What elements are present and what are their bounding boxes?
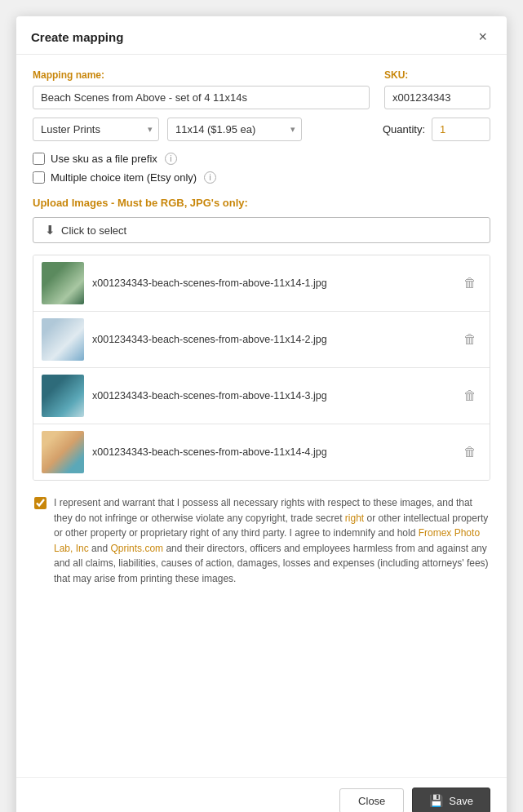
create-mapping-dialog: Create mapping × Mapping name: SKU: Lust… bbox=[16, 16, 507, 812]
image-list: x001234343-beach-scenes-from-above-11x14… bbox=[33, 255, 490, 481]
terms-highlight-right: right bbox=[345, 512, 364, 524]
sku-label: SKU: bbox=[384, 69, 490, 81]
size-wrap: 11x14 ($1.95 ea) 8x10 ($1.50 ea) 5x7 ($0… bbox=[167, 118, 302, 141]
print-type-select[interactable]: Luster Prints Matte Prints Glossy Prints bbox=[33, 118, 159, 141]
mapping-name-label: Mapping name: bbox=[33, 69, 370, 81]
print-type-wrap: Luster Prints Matte Prints Glossy Prints… bbox=[33, 118, 159, 141]
image-filename-3: x001234343-beach-scenes-from-above-11x14… bbox=[92, 390, 450, 402]
close-button[interactable]: Close bbox=[339, 788, 404, 813]
image-item: x001234343-beach-scenes-from-above-11x14… bbox=[33, 368, 490, 424]
sku-prefix-info-icon[interactable]: i bbox=[165, 153, 177, 165]
terms-highlight-qprints: Qprints.com bbox=[110, 543, 163, 554]
delete-image-2-button[interactable]: 🗑 bbox=[459, 330, 481, 349]
upload-icon: ⬇ bbox=[45, 223, 55, 237]
image-filename-2: x001234343-beach-scenes-from-above-11x14… bbox=[92, 334, 450, 345]
image-filename-4: x001234343-beach-scenes-from-above-11x14… bbox=[92, 446, 450, 458]
quantity-wrap: Quantity: bbox=[383, 118, 490, 141]
click-to-select-button[interactable]: ⬇ Click to select bbox=[33, 217, 490, 243]
sku-prefix-checkbox[interactable] bbox=[33, 153, 45, 165]
mapping-name-input[interactable] bbox=[33, 86, 370, 109]
delete-image-1-button[interactable]: 🗑 bbox=[459, 273, 481, 293]
upload-btn-label: Click to select bbox=[61, 224, 126, 237]
sku-prefix-row: Use sku as a file prefix i bbox=[33, 153, 490, 165]
size-select[interactable]: 11x14 ($1.95 ea) 8x10 ($1.50 ea) 5x7 ($0… bbox=[167, 118, 302, 141]
upload-section-label: Upload Images - Must be RGB, JPG's only: bbox=[33, 197, 490, 209]
save-button[interactable]: 💾 Save bbox=[412, 788, 490, 812]
delete-image-4-button[interactable]: 🗑 bbox=[459, 442, 481, 462]
image-thumb-4 bbox=[42, 431, 84, 473]
image-item: x001234343-beach-scenes-from-above-11x14… bbox=[33, 424, 490, 480]
terms-text: I represent and warrant that I possess a… bbox=[54, 495, 489, 587]
sku-input[interactable] bbox=[384, 86, 490, 109]
dialog-footer: Close 💾 Save bbox=[16, 777, 507, 812]
save-label: Save bbox=[449, 795, 473, 807]
save-icon: 💾 bbox=[429, 794, 443, 807]
select-row: Luster Prints Matte Prints Glossy Prints… bbox=[33, 118, 490, 141]
multiple-choice-checkbox[interactable] bbox=[33, 171, 45, 184]
terms-checkbox[interactable] bbox=[34, 497, 47, 509]
multiple-choice-label: Multiple choice item (Etsy only) bbox=[51, 171, 197, 184]
multiple-choice-info-icon[interactable]: i bbox=[204, 171, 216, 184]
image-thumb-2 bbox=[42, 318, 84, 361]
sku-group: SKU: bbox=[384, 69, 490, 109]
terms-row: I represent and warrant that I possess a… bbox=[33, 495, 490, 587]
quantity-label: Quantity: bbox=[383, 123, 425, 135]
quantity-input[interactable] bbox=[432, 118, 490, 141]
image-thumb-3 bbox=[42, 375, 84, 417]
image-item: x001234343-beach-scenes-from-above-11x14… bbox=[33, 255, 490, 312]
dialog-title: Create mapping bbox=[31, 30, 123, 44]
name-sku-row: Mapping name: SKU: bbox=[33, 69, 490, 109]
dialog-body: Mapping name: SKU: Luster Prints Matte P… bbox=[16, 55, 507, 777]
dialog-header: Create mapping × bbox=[16, 16, 507, 55]
close-icon[interactable]: × bbox=[473, 28, 492, 46]
mapping-name-group: Mapping name: bbox=[33, 69, 370, 109]
image-item: x001234343-beach-scenes-from-above-11x14… bbox=[33, 312, 490, 368]
image-thumb-1 bbox=[42, 262, 84, 304]
image-filename-1: x001234343-beach-scenes-from-above-11x14… bbox=[92, 277, 450, 289]
multiple-choice-row: Multiple choice item (Etsy only) i bbox=[33, 171, 490, 184]
delete-image-3-button[interactable]: 🗑 bbox=[459, 386, 481, 406]
sku-prefix-label: Use sku as a file prefix bbox=[51, 153, 157, 165]
